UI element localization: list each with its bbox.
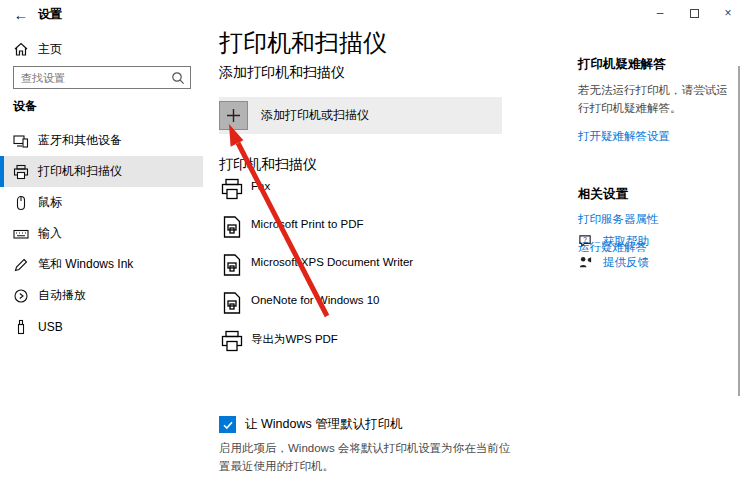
plus-icon (226, 108, 241, 123)
autoplay-icon (13, 288, 29, 304)
document-printer-icon (220, 253, 244, 277)
search-icon[interactable] (169, 69, 187, 87)
keyboard-icon (13, 226, 29, 242)
related-settings-title: 相关设置 (578, 186, 736, 203)
back-icon: ← (14, 6, 29, 23)
close-icon: × (724, 6, 731, 20)
sidebar-home-label: 主页 (38, 41, 62, 58)
printer-icon (13, 164, 29, 180)
document-printer-icon (220, 291, 244, 315)
sidebar-item-home[interactable]: 主页 (0, 36, 203, 62)
troubleshoot-title: 打印机疑难解答 (578, 56, 736, 73)
give-feedback-link[interactable]: 提供反馈 (578, 255, 649, 270)
sidebar-item-label: 输入 (38, 225, 62, 242)
give-feedback-label: 提供反馈 (603, 255, 649, 270)
scrollbar[interactable] (738, 66, 740, 396)
sidebar-item-label: 蓝牙和其他设备 (38, 132, 122, 149)
printer-list: Fax Microsoft Print to PDF Microsoft XPS… (219, 172, 502, 362)
plus-tile[interactable] (219, 101, 248, 130)
get-help-link[interactable]: ? 获取帮助 (578, 234, 649, 249)
check-icon (222, 419, 234, 431)
page-title: 打印机和扫描仪 (219, 27, 387, 59)
printer-row-onenote[interactable]: OneNote for Windows 10 (219, 286, 502, 324)
sidebar-item-usb[interactable]: USB (0, 311, 203, 342)
sidebar-item-printers[interactable]: 打印机和扫描仪 (0, 156, 203, 187)
printer-row-fax[interactable]: Fax (219, 172, 502, 210)
sidebar-item-bluetooth[interactable]: 蓝牙和其他设备 (0, 125, 203, 156)
sidebar-item-label: 笔和 Windows Ink (38, 256, 133, 273)
printer-row-print-to-pdf[interactable]: Microsoft Print to PDF (219, 210, 502, 248)
printer-row-xps-writer[interactable]: Microsoft XPS Document Writer (219, 248, 502, 286)
open-troubleshoot-settings-link[interactable]: 打开疑难解答设置 (578, 129, 736, 144)
devices-icon (13, 133, 29, 149)
titlebar: ← 设置 – × (0, 0, 745, 28)
sidebar-item-mouse[interactable]: 鼠标 (0, 187, 203, 218)
sidebar-item-label: 鼠标 (38, 194, 62, 211)
sidebar-item-label: USB (38, 320, 63, 334)
printer-icon (220, 329, 244, 353)
home-icon (13, 41, 29, 57)
printer-name: Microsoft XPS Document Writer (251, 256, 413, 268)
get-help-label: 获取帮助 (603, 234, 649, 249)
maximize-button[interactable] (677, 0, 711, 26)
minimize-icon: – (657, 6, 664, 20)
checkbox-checked-icon[interactable] (219, 416, 236, 433)
document-printer-icon (220, 215, 244, 239)
close-button[interactable]: × (711, 0, 745, 26)
sidebar: 主页 设备 蓝牙和其他设备 打印机和扫描仪 (0, 28, 203, 500)
back-button[interactable]: ← (10, 3, 32, 25)
sidebar-item-label: 打印机和扫描仪 (38, 163, 122, 180)
minimize-button[interactable]: – (643, 0, 677, 26)
right-panel: 打印机疑难解答 若无法运行打印机，请尝试运行打印机疑难解答。 打开疑难解答设置 … (578, 56, 736, 255)
add-printer-label: 添加打印机或扫描仪 (261, 107, 369, 124)
printer-name: 导出为WPS PDF (251, 332, 338, 347)
feedback-icon (578, 255, 593, 270)
printer-icon (220, 177, 244, 201)
sidebar-item-pen[interactable]: 笔和 Windows Ink (0, 249, 203, 280)
search-input[interactable] (14, 72, 169, 84)
printer-name: Microsoft Print to PDF (251, 218, 363, 230)
sidebar-item-label: 自动播放 (38, 287, 86, 304)
maximize-icon (690, 9, 699, 18)
default-printer-checkbox-row[interactable]: 让 Windows 管理默认打印机 (219, 416, 403, 433)
usb-icon (13, 319, 29, 335)
svg-text:?: ? (583, 236, 587, 243)
printer-row-wps-pdf[interactable]: 导出为WPS PDF (219, 324, 502, 362)
sidebar-nav: 蓝牙和其他设备 打印机和扫描仪 鼠标 输入 (0, 125, 203, 342)
add-printer-button[interactable]: 添加打印机或扫描仪 (219, 97, 502, 134)
mouse-icon (13, 195, 29, 211)
pen-icon (13, 257, 29, 273)
settings-window: ← 设置 – × 主页 设备 (0, 0, 745, 500)
print-server-properties-link[interactable]: 打印服务器属性 (578, 212, 736, 227)
window-title: 设置 (38, 6, 62, 23)
printer-name: OneNote for Windows 10 (251, 294, 379, 306)
sidebar-section-title: 设备 (13, 98, 37, 115)
settings-search (13, 66, 191, 89)
default-printer-label: 让 Windows 管理默认打印机 (245, 416, 403, 433)
help-icon: ? (578, 234, 593, 249)
troubleshoot-text: 若无法运行打印机，请尝试运行打印机疑难解答。 (578, 82, 736, 118)
sidebar-item-autoplay[interactable]: 自动播放 (0, 280, 203, 311)
sidebar-item-typing[interactable]: 输入 (0, 218, 203, 249)
default-printer-description: 启用此项后，Windows 会将默认打印机设置为你在当前位置最近使用的打印机。 (219, 440, 521, 476)
window-controls: – × (643, 0, 745, 28)
printer-name: Fax (251, 180, 270, 192)
add-section-title: 添加打印机和扫描仪 (219, 64, 345, 82)
